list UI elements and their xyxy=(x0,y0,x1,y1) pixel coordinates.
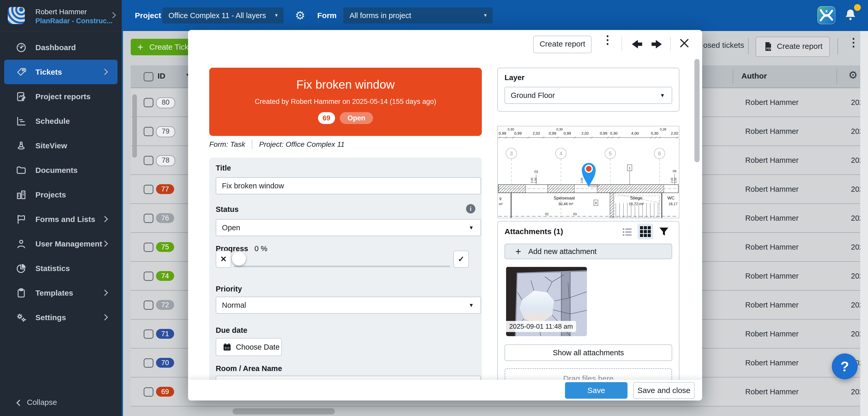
svg-text:x: x xyxy=(825,8,828,13)
attachment-thumbnail[interactable]: 2025-09-01 11:48 am xyxy=(506,267,587,336)
project-select[interactable]: Office Complex 11 - All layers ▼ xyxy=(162,7,284,24)
previous-ticket-arrow-icon[interactable] xyxy=(631,39,643,49)
sidebar-item-siteview[interactable]: SiteView xyxy=(4,133,118,158)
page-scrollbar-track[interactable] xyxy=(860,31,868,416)
divider xyxy=(670,37,671,51)
modal-more-options-icon[interactable]: ⋮ xyxy=(602,33,613,46)
row-checkbox[interactable] xyxy=(144,156,153,165)
row-checkbox[interactable] xyxy=(144,300,153,310)
room-name-speisesaal: Speisesaal xyxy=(554,196,575,201)
row-checkbox[interactable] xyxy=(144,329,153,339)
closed-tickets-toggle[interactable]: osed tickets xyxy=(703,41,744,50)
choose-date-button[interactable]: Choose Date xyxy=(216,338,282,356)
svg-text:1: 1 xyxy=(629,166,630,170)
next-ticket-arrow-icon[interactable] xyxy=(651,39,662,49)
add-attachment-button[interactable]: + Add new attachment xyxy=(504,244,672,259)
sidebar-item-projects[interactable]: Projects xyxy=(4,182,118,207)
create-report-button-background[interactable]: PDF Create report xyxy=(755,37,830,57)
select-all-checkbox[interactable] xyxy=(144,72,153,81)
divider xyxy=(622,37,622,51)
svg-text:0,30: 0,30 xyxy=(556,127,563,131)
forms-icon xyxy=(16,214,27,225)
sidebar-item-settings[interactable]: Settings xyxy=(4,305,118,330)
priority-select[interactable]: Normal ▼ xyxy=(216,297,481,314)
save-and-close-button[interactable]: Save and close xyxy=(633,382,695,399)
row-checkbox[interactable] xyxy=(144,127,153,136)
row-checkbox[interactable] xyxy=(144,387,153,397)
ticket-id-pill: 80 xyxy=(156,97,175,108)
svg-text:0,99: 0,99 xyxy=(549,131,556,136)
modal-scrollbar-thumb[interactable] xyxy=(694,59,700,162)
collapse-sidebar-button[interactable]: Collapse xyxy=(0,394,122,412)
row-checkbox[interactable] xyxy=(144,358,153,368)
divider xyxy=(838,38,838,54)
attachments-header: Attachments (1) xyxy=(504,227,563,236)
attachments-card: Attachments (1) xyxy=(497,221,679,386)
show-all-attachments-button[interactable]: Show all attachments xyxy=(504,345,672,361)
ticket-id-badge: 69 xyxy=(318,112,335,124)
statistics-icon xyxy=(16,263,27,274)
gear-icon[interactable]: ⚙ xyxy=(295,9,305,22)
info-icon[interactable]: i xyxy=(466,204,475,213)
pdf-file-icon: PDF xyxy=(763,41,773,52)
author-column-header[interactable]: Author xyxy=(741,71,767,80)
grid-view-icon[interactable] xyxy=(637,224,653,240)
progress-slider-track[interactable] xyxy=(234,266,450,267)
svg-text:0,26: 0,26 xyxy=(660,127,666,131)
row-author: Robert Hammer xyxy=(720,320,824,348)
progress-slider-thumb[interactable] xyxy=(232,252,246,266)
sidebar-item-dashboard[interactable]: Dashboard xyxy=(4,35,118,60)
filter-icon[interactable] xyxy=(658,226,670,237)
more-options-icon[interactable]: ⋮ xyxy=(848,36,859,49)
user-account-switcher[interactable]: Robert Hammer PlanRadar - Construc... xyxy=(0,0,122,31)
svg-text:4,00: 4,00 xyxy=(631,131,639,136)
horizontal-scrollbar-thumb[interactable] xyxy=(232,408,335,414)
plus-icon: + xyxy=(516,244,521,259)
chevron-down-icon: ▼ xyxy=(483,7,488,24)
svg-text:1,50: 1,50 xyxy=(534,178,537,183)
sidebar-item-tickets[interactable]: Tickets xyxy=(4,60,118,84)
progress-confirm-button[interactable]: ✓ xyxy=(454,250,469,268)
svg-text:2,02: 2,02 xyxy=(582,131,589,136)
status-select[interactable]: Open ▼ xyxy=(216,219,481,236)
sidebar-item-label: Tickets xyxy=(35,60,62,84)
modal-create-report-button[interactable]: Create report xyxy=(533,36,592,53)
sidebar-item-statistics[interactable]: Statistics xyxy=(4,256,118,280)
floor-plan-preview[interactable]: 0,30 0,30 0,26 0,990,992,020,990,992,020… xyxy=(497,126,679,218)
sidebar-item-label: Forms and Lists xyxy=(35,207,95,232)
row-checkbox[interactable] xyxy=(144,98,153,107)
ticket-id-pill: 69 xyxy=(156,387,174,397)
chevron-right-icon xyxy=(101,215,110,225)
topbar: Project Office Complex 11 - All layers ▼… xyxy=(123,0,868,31)
list-view-icon[interactable] xyxy=(621,226,633,238)
siteview-icon xyxy=(16,140,27,151)
form-select[interactable]: All forms in project ▼ xyxy=(343,7,493,24)
table-settings-gear-icon[interactable]: ⚙ xyxy=(848,69,858,81)
sidebar-item-templates[interactable]: Templates xyxy=(4,280,118,305)
svg-text:2,00: 2,00 xyxy=(580,178,583,183)
row-checkbox[interactable] xyxy=(144,214,153,223)
sidebar-item-forms-and-lists[interactable]: Forms and Lists xyxy=(4,207,118,232)
id-column-header[interactable]: ID xyxy=(158,71,165,80)
title-input[interactable]: Fix broken window xyxy=(216,177,481,194)
layer-select[interactable]: Ground Floor ▼ xyxy=(504,87,672,104)
close-icon[interactable] xyxy=(679,38,689,48)
sidebar-item-documents[interactable]: Documents xyxy=(4,158,118,182)
svg-text:2,00: 2,00 xyxy=(530,178,533,183)
row-checkbox[interactable] xyxy=(144,243,153,252)
ticket-id-pill: 70 xyxy=(156,358,174,368)
sidebar-item-schedule[interactable]: Schedule xyxy=(4,109,118,133)
progress-clear-button[interactable]: ✕ xyxy=(216,250,231,268)
save-button[interactable]: Save xyxy=(565,382,627,399)
ai-assistant-button[interactable]: x xyxy=(817,6,835,24)
vertical-scrollbar-thumb[interactable] xyxy=(132,94,137,158)
help-button[interactable]: ? xyxy=(832,354,858,379)
calendar-icon xyxy=(222,343,232,352)
svg-text:0,30: 0,30 xyxy=(651,131,658,136)
row-checkbox[interactable] xyxy=(144,185,153,194)
sidebar-item-project-reports[interactable]: Project reports xyxy=(4,84,118,109)
row-checkbox[interactable] xyxy=(144,272,153,281)
ticket-id-pill: 79 xyxy=(156,126,175,137)
ticket-status-badge: Open xyxy=(340,112,373,124)
sidebar-item-user-management[interactable]: User Management xyxy=(4,232,118,256)
